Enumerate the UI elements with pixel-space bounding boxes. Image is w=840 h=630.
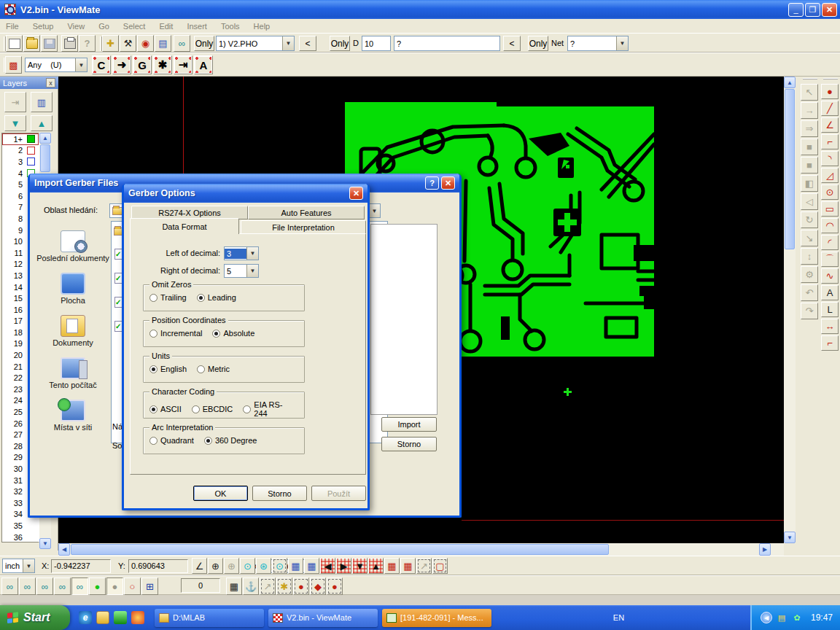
only-net-button[interactable]: Only (528, 36, 548, 51)
layer-row[interactable]: 35 (2, 520, 39, 532)
menu-item[interactable]: File (6, 22, 19, 31)
dcode-input[interactable]: 10 (362, 36, 391, 51)
menu-item[interactable]: View (67, 22, 85, 31)
select-c-icon[interactable]: C (92, 55, 111, 74)
place-documents[interactable]: Dokumenty (36, 315, 110, 347)
only-layer-button[interactable]: Only (194, 36, 214, 51)
select-area-icon[interactable]: ▢ (432, 558, 448, 574)
radio-option[interactable]: Leading (197, 293, 236, 302)
tools-icon[interactable]: ⚒ (120, 35, 136, 52)
draw-label-icon[interactable]: L (821, 302, 839, 317)
settings-gear-icon[interactable]: ⚙ (801, 266, 818, 283)
dialog-close-icon[interactable]: ✕ (441, 176, 455, 190)
center-target-icon[interactable]: ⊕ (208, 558, 223, 574)
film-grid-icon[interactable]: ▦ (304, 558, 319, 574)
radio-option[interactable]: 360 Degree (204, 436, 257, 445)
task-button[interactable]: [191-482-091] - Mess... (382, 609, 491, 627)
redo-icon[interactable]: ↷ (801, 303, 818, 319)
draw-dimension-icon[interactable]: ↔ (821, 319, 839, 334)
chevron-down-icon[interactable]: ▼ (616, 36, 628, 50)
move-item-icon[interactable]: → (801, 102, 818, 119)
scale-icon[interactable]: ↘ (801, 230, 818, 246)
chevron-down-icon[interactable]: ▼ (246, 247, 258, 260)
draw-triangle-icon[interactable]: ◿ (821, 168, 839, 183)
radio-option[interactable]: Trailing (149, 293, 187, 302)
view-polygons-icon[interactable]: ∞ (36, 578, 53, 595)
draw-polyline-icon[interactable]: ∠ (821, 117, 839, 133)
layer-row[interactable]: 1+ (2, 133, 39, 145)
tab-file-interpretation[interactable]: File Interpretation (241, 220, 366, 234)
quad-view-icon[interactable]: ⊞ (141, 578, 158, 595)
start-button[interactable]: Start (0, 605, 70, 630)
radio-icon[interactable] (149, 437, 158, 445)
prev-net-button[interactable]: < (503, 36, 521, 51)
film-copy-icon[interactable]: ▦ (400, 558, 416, 574)
select-goto-icon[interactable]: ➜ (112, 55, 131, 74)
select-flash-icon[interactable]: ✱ (153, 55, 172, 74)
chevron-down-icon[interactable]: ▼ (282, 36, 294, 50)
view-all-icon[interactable]: ∞ (71, 578, 88, 595)
scroll-down-icon[interactable]: ▼ (784, 532, 796, 543)
open-file-button[interactable] (23, 35, 40, 52)
tab[interactable]: Auto Features (248, 206, 365, 219)
rotate-icon[interactable]: ↻ (801, 211, 818, 228)
aperture-pad-icon[interactable]: ✚ (102, 35, 119, 52)
place-computer[interactable]: Tento počítač (36, 357, 110, 389)
angle-measure-icon[interactable]: ∠ (192, 558, 207, 574)
step-repeat-icon[interactable]: ↕ (801, 248, 818, 265)
undo-icon[interactable]: ↶ (801, 284, 818, 301)
radio-icon[interactable] (197, 365, 205, 373)
context-help-button[interactable]: ? (79, 35, 96, 52)
scroll-left-icon[interactable]: ◀ (58, 543, 70, 556)
horizontal-scrollbar[interactable]: ◀ ▶ (58, 543, 784, 556)
pad-flash-icon[interactable]: ✱ (276, 578, 292, 595)
stretch-icon[interactable]: ↗ (416, 558, 432, 574)
layer-combobox[interactable]: 1) V2.PHO ▼ (216, 36, 295, 51)
radio-icon[interactable] (149, 405, 158, 413)
only-dcode-button[interactable]: Only (330, 36, 350, 51)
draw-pad-icon[interactable]: ● (821, 84, 839, 99)
layer-film-button[interactable]: ▥ (31, 92, 52, 112)
film-move-icon[interactable]: ▦ (384, 558, 400, 574)
quick-ie-icon[interactable]: e (79, 611, 92, 624)
radio-option[interactable]: English (149, 365, 187, 373)
vertical-scrollbar[interactable]: ▲ ▼ (784, 77, 796, 543)
cancel-button[interactable]: Storno (252, 486, 307, 501)
quick-firefox-icon[interactable] (131, 611, 144, 624)
radio-option[interactable]: Metric (197, 365, 230, 373)
radio-option[interactable]: Quadrant (149, 436, 194, 445)
layer-colors-icon[interactable]: ▤ (155, 35, 171, 52)
tray-clipboard-icon[interactable]: ▤ (776, 612, 788, 623)
anchor-icon[interactable]: ⚓ (243, 578, 259, 595)
select-g-icon[interactable]: G (133, 55, 152, 74)
mirror-icon[interactable]: ◧ (801, 175, 818, 192)
view-pads-icon[interactable]: ∞ (1, 578, 18, 595)
chevron-down-icon[interactable]: ▼ (368, 204, 380, 217)
pad-round-icon[interactable]: ● (293, 578, 309, 595)
radio-icon[interactable] (243, 405, 251, 413)
scroll-up-icon[interactable]: ▲ (784, 77, 796, 88)
radio-icon[interactable] (149, 330, 158, 338)
draw-arc2-icon[interactable]: ◜ (821, 235, 839, 250)
draw-outline-icon[interactable]: ⌐ (821, 335, 839, 351)
pan-up-icon[interactable]: ▲ (368, 558, 384, 574)
close-icon[interactable]: x (46, 78, 55, 88)
hscroll-thumb[interactable] (71, 544, 609, 555)
layer-row[interactable]: 2 (2, 145, 39, 157)
radio-option[interactable]: EIA RS-244 (243, 400, 291, 418)
radio-icon[interactable] (212, 330, 220, 338)
chevron-down-icon[interactable]: ▼ (75, 58, 87, 71)
chevron-down-icon[interactable]: ▼ (23, 559, 34, 572)
menu-item[interactable]: Tools (221, 22, 240, 31)
view-traces-icon[interactable]: ∞ (19, 578, 36, 595)
menu-item[interactable]: Go (98, 22, 109, 31)
select-filter-button[interactable]: ▩ (5, 56, 22, 74)
new-file-button[interactable] (6, 35, 23, 52)
cancel-button[interactable]: Storno (381, 437, 437, 451)
net-combobox[interactable]: ? ▼ (567, 36, 629, 51)
scroll-right-icon[interactable]: ▶ (759, 543, 771, 556)
pan-right-icon[interactable]: ▶ (336, 558, 351, 574)
layer-up-button[interactable]: ▲ (31, 115, 52, 131)
radio-icon[interactable] (197, 294, 205, 302)
radio-option[interactable]: Incremental (149, 329, 202, 338)
